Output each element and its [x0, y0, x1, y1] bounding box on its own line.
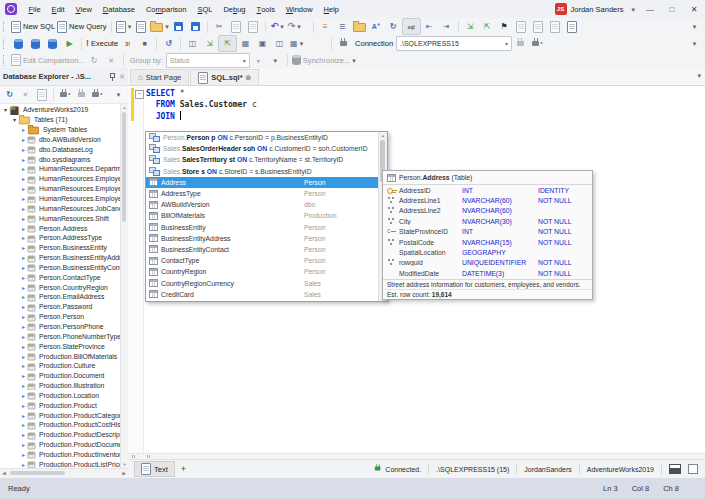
scroll-left-icon[interactable]: ◀ [2, 470, 6, 476]
tree-item[interactable]: Person.CountryRegion [0, 282, 128, 292]
explorer-overflow-button[interactable] [111, 88, 126, 101]
toolbar-drag-handle[interactable] [3, 55, 6, 66]
query-profiler-button[interactable] [184, 36, 201, 51]
tree-item[interactable]: Person.EmailAddress [0, 292, 128, 302]
layout-button[interactable] [271, 36, 288, 51]
new-connection-doc-button[interactable] [132, 19, 149, 34]
tree-expander-icon[interactable] [20, 441, 27, 448]
table-suggestion-item[interactable]: AddressPerson [146, 177, 387, 188]
user-menu-caret-icon[interactable] [627, 5, 639, 14]
filter-options-button[interactable] [267, 53, 284, 68]
menu-item[interactable]: Window [280, 0, 318, 18]
filter-button[interactable] [250, 53, 267, 68]
results-pane-toggle-button[interactable] [218, 35, 237, 52]
reconnect-button[interactable]: * [529, 36, 546, 51]
rollback-button[interactable] [27, 36, 44, 51]
add-view-button[interactable] [181, 465, 186, 474]
user-avatar[interactable]: JS [555, 3, 567, 15]
tree-expander-icon[interactable] [20, 195, 27, 202]
user-name[interactable]: Jordan Sanders [571, 5, 624, 14]
tree-expander-icon[interactable] [20, 293, 27, 300]
table-suggestion-item[interactable]: BusinessEntityContactPerson [146, 244, 387, 255]
tree-expander-icon[interactable] [20, 165, 27, 172]
menu-item[interactable]: Comparison [140, 0, 191, 18]
new-window-button[interactable] [564, 19, 581, 34]
tree-item[interactable]: HumanResources.EmployeeDepartmentHistory [0, 184, 128, 194]
tree-item[interactable]: Production.Product [0, 400, 128, 410]
undo-button[interactable] [269, 19, 286, 34]
tree-item[interactable]: Person.ContactType [0, 272, 128, 282]
tree-expander-icon[interactable] [20, 225, 27, 232]
table-suggestion-item[interactable]: BillOfMaterialsProduction [146, 210, 387, 221]
tree-item[interactable]: Person.BusinessEntity [0, 243, 128, 253]
table-suggestion-item[interactable]: BusinessEntityPerson [146, 222, 387, 233]
next-bookmark-button[interactable] [513, 19, 530, 34]
bookmark-button[interactable] [496, 19, 513, 34]
tree-item[interactable]: HumanResources.Shift [0, 213, 128, 223]
tree-item[interactable]: Person.AddressType [0, 233, 128, 243]
open-file-button[interactable] [149, 19, 170, 34]
tree-expander-icon[interactable] [2, 106, 9, 113]
tree-item[interactable]: dbo.sysdiagrams [0, 154, 128, 164]
tree-expander-icon[interactable] [20, 333, 27, 340]
tree-expander-icon[interactable] [20, 156, 27, 163]
tree-expander-icon[interactable] [20, 451, 27, 458]
paste-button[interactable] [245, 19, 262, 34]
close-button[interactable]: ✕ [683, 0, 705, 18]
scroll-right-icon[interactable]: ▶ [122, 470, 126, 476]
tree-expander-icon[interactable] [20, 126, 27, 133]
tree-item[interactable]: System Tables [0, 125, 128, 135]
refresh-code-button[interactable] [385, 19, 402, 34]
tree-expander-icon[interactable] [20, 303, 27, 310]
copy-button[interactable] [228, 19, 245, 34]
tree-expander-icon[interactable] [20, 264, 27, 271]
tree-expander-icon[interactable] [11, 116, 18, 123]
tree-expander-icon[interactable] [20, 185, 27, 192]
tab-start-page[interactable]: Start Page [130, 69, 189, 85]
tree-item[interactable]: Person.PersonPhone [0, 322, 128, 332]
database-name[interactable]: AdventureWorks2019 [580, 460, 661, 478]
tree-expander-icon[interactable] [20, 313, 27, 320]
sql-formatting-button[interactable] [402, 18, 421, 35]
tree-expander-icon[interactable] [20, 412, 27, 419]
explorer-refresh-button[interactable] [2, 88, 17, 101]
tree-item[interactable]: Production.ProductInventory [0, 450, 128, 460]
tab-list-caret-icon[interactable] [697, 72, 701, 79]
table-suggestion-item[interactable]: BusinessEntityAddressPerson [146, 233, 387, 244]
scrollbar-thumb[interactable] [122, 112, 126, 222]
table-suggestion-item[interactable]: AddressTypePerson [146, 188, 387, 199]
menu-item[interactable]: Tools [251, 0, 280, 18]
code-editor[interactable]: − SELECT * FROM Sales.Customer c JOIN Pe… [128, 86, 705, 453]
tree-expander-icon[interactable] [20, 421, 27, 428]
explorer-copy-button[interactable] [34, 88, 49, 101]
cut-button[interactable] [211, 19, 228, 34]
tree-item[interactable]: HumanResources.EmployeePayHistory [0, 194, 128, 204]
commit-button[interactable] [10, 36, 27, 51]
tree-item[interactable]: Person.StateProvince [0, 341, 128, 351]
tree-expander-icon[interactable] [20, 343, 27, 350]
chart-button[interactable] [254, 36, 271, 51]
minimize-button[interactable]: — [639, 0, 661, 18]
scrollbar-thumb[interactable] [10, 471, 65, 475]
toolbar-overflow-button[interactable] [686, 36, 703, 51]
tree-expander-icon[interactable] [20, 431, 27, 438]
tree-item[interactable]: HumanResources.JobCandidate [0, 203, 128, 213]
export-results-button[interactable] [201, 36, 218, 51]
tree-expander-icon[interactable] [20, 402, 27, 409]
tree-expander-icon[interactable] [20, 362, 27, 369]
tree-item[interactable]: Production.Location [0, 390, 128, 400]
tree-expander-icon[interactable] [20, 136, 27, 143]
group-by-select[interactable]: Status▾ [166, 53, 250, 68]
menu-item[interactable]: View [70, 0, 97, 18]
close-panel-icon[interactable] [119, 72, 125, 81]
tree-item[interactable]: Production.ProductDocument [0, 440, 128, 450]
tree-expander-icon[interactable] [20, 372, 27, 379]
menu-item[interactable]: Help [318, 0, 344, 18]
explorer-delete-button[interactable] [18, 88, 33, 101]
tree-item[interactable]: Production.Document [0, 371, 128, 381]
tree-item[interactable]: Production.ProductCostHistory [0, 420, 128, 430]
scroll-up-icon[interactable]: ▲ [121, 105, 128, 110]
explorer-horizontal-scrollbar[interactable]: ◀ ▶ [0, 468, 128, 478]
snippets-button[interactable] [351, 19, 368, 34]
tree-item[interactable]: Person.PhoneNumberType [0, 331, 128, 341]
